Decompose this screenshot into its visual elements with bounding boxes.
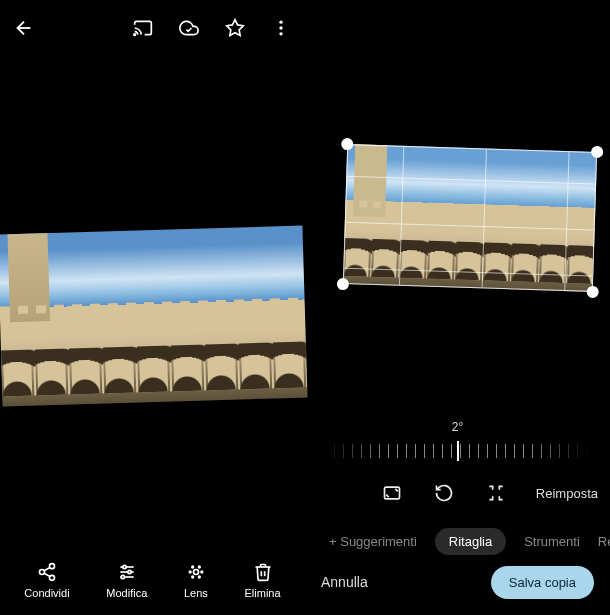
svg-point-22 [201, 571, 203, 573]
back-button[interactable] [10, 14, 38, 42]
svg-point-15 [121, 575, 124, 578]
svg-point-11 [123, 565, 126, 568]
rotate-icon [434, 483, 454, 503]
svg-point-5 [49, 564, 54, 569]
lens-button[interactable]: Lens [178, 557, 214, 603]
top-bar [0, 0, 305, 56]
aspect-ratio-icon [382, 483, 402, 503]
cast-button[interactable] [129, 14, 157, 42]
favorite-button[interactable] [221, 14, 249, 42]
tab-suggestions[interactable]: + Suggerimenti [329, 534, 417, 549]
share-label: Condividi [24, 587, 69, 599]
more-button[interactable] [267, 14, 295, 42]
angle-ticks [325, 444, 590, 458]
cast-icon [133, 18, 153, 38]
svg-line-8 [44, 573, 50, 576]
crop-handle-bl[interactable] [337, 278, 349, 290]
svg-point-6 [39, 570, 44, 575]
svg-marker-1 [227, 20, 244, 36]
angle-center-tick [457, 441, 459, 461]
edit-button[interactable]: Modifica [100, 557, 153, 603]
svg-rect-23 [384, 487, 399, 499]
edit-label: Modifica [106, 587, 147, 599]
tab-tools[interactable]: Strumenti [524, 534, 580, 549]
lens-icon [186, 562, 206, 582]
crop-tools-row: Reimposta [305, 475, 610, 511]
svg-point-19 [192, 576, 194, 578]
arrow-left-icon [13, 17, 35, 39]
tab-adjust[interactable]: Rego [598, 534, 610, 549]
perspective-icon [486, 483, 506, 503]
delete-label: Elimina [245, 587, 281, 599]
svg-point-2 [279, 21, 282, 24]
crop-image [343, 144, 597, 292]
svg-point-16 [193, 570, 198, 575]
svg-point-21 [189, 571, 191, 573]
angle-value: 2° [305, 420, 610, 434]
svg-point-13 [128, 570, 131, 573]
delete-button[interactable]: Elimina [239, 557, 287, 603]
svg-line-9 [44, 567, 50, 570]
editor-footer: Annulla Salva copia [305, 561, 610, 603]
bottom-bar: Condividi Modifica Lens Elimina [0, 545, 305, 615]
photo-content [1, 341, 307, 396]
svg-point-4 [279, 32, 282, 35]
lens-label: Lens [184, 587, 208, 599]
aspect-ratio-button[interactable] [380, 481, 404, 505]
svg-point-0 [134, 34, 136, 36]
crop-handle-br[interactable] [587, 286, 599, 298]
editor-panel: 2° Reimposta + Suggerimenti Ritaglia Str… [305, 0, 610, 615]
share-icon [37, 562, 57, 582]
crop-stage[interactable] [343, 144, 597, 292]
svg-point-7 [49, 575, 54, 580]
save-copy-button[interactable]: Salva copia [491, 566, 594, 599]
share-button[interactable]: Condividi [18, 557, 75, 603]
svg-point-20 [198, 576, 200, 578]
tab-crop[interactable]: Ritaglia [435, 528, 506, 555]
svg-point-3 [279, 26, 282, 29]
cancel-button[interactable]: Annulla [321, 574, 368, 590]
viewer-panel: Condividi Modifica Lens Elimina [0, 0, 305, 615]
photo-viewport[interactable] [0, 226, 307, 407]
trash-icon [253, 562, 273, 582]
reset-button[interactable]: Reimposta [536, 486, 598, 501]
cloud-check-icon [179, 18, 199, 38]
angle-dial[interactable] [325, 438, 590, 464]
rotate-button[interactable] [432, 481, 456, 505]
perspective-button[interactable] [484, 481, 508, 505]
editor-tabs: + Suggerimenti Ritaglia Strumenti Rego [305, 521, 610, 561]
more-vert-icon [271, 18, 291, 38]
svg-point-18 [198, 566, 200, 568]
sliders-icon [117, 562, 137, 582]
crop-handle-tr[interactable] [591, 146, 603, 158]
cloud-button[interactable] [175, 14, 203, 42]
svg-point-17 [192, 566, 194, 568]
star-icon [225, 18, 245, 38]
